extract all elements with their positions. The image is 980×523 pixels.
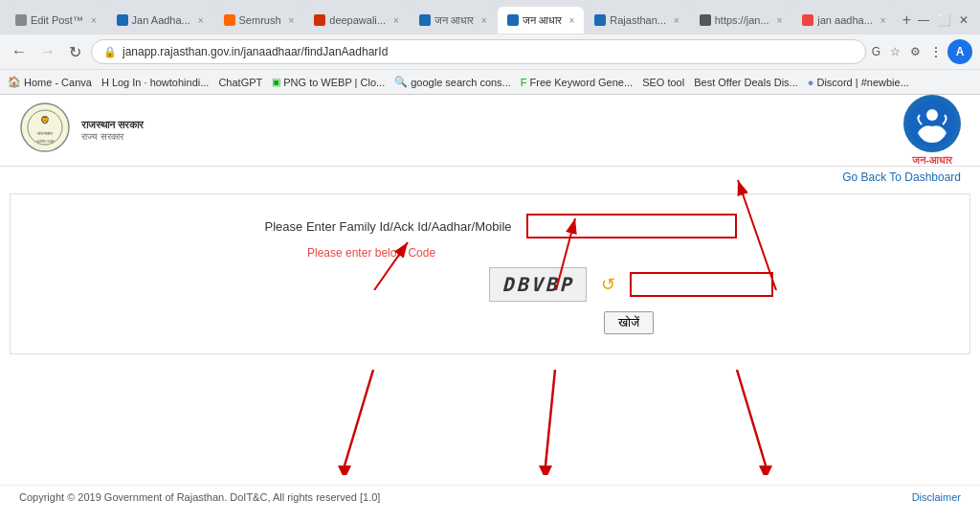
tab-jan-aadha-yt[interactable]: jan aadha... ×: [792, 7, 895, 34]
forward-button[interactable]: →: [36, 41, 59, 62]
bookmark-search-console[interactable]: 🔍 google search cons...: [394, 76, 511, 88]
tab-jan-aadha-1[interactable]: Jan Aadha... ×: [107, 7, 213, 34]
tab-label: Semrush: [239, 14, 281, 26]
tab-rajasthan[interactable]: Rajasthan... ×: [585, 7, 688, 34]
tab-favicon: [117, 14, 128, 26]
bookmark-icon: H: [101, 77, 109, 88]
tab-favicon: [507, 14, 519, 26]
arrows-bottom: [0, 360, 980, 475]
tab-label: Edit Post™: [31, 14, 83, 26]
government-emblem: 🦁 राजस्थान सत्यमेव जयते: [19, 102, 72, 159]
close-icon[interactable]: ×: [198, 15, 204, 26]
tab-semrush[interactable]: Semrush ×: [214, 7, 304, 34]
new-tab-button[interactable]: +: [897, 11, 917, 29]
header-logo: 🦁 राजस्थान सत्यमेव जयते राजस्थान सरकार र…: [19, 102, 144, 159]
disclaimer-link[interactable]: Disclaimer: [912, 491, 961, 503]
bookmark-icon: 🏠: [8, 76, 21, 88]
close-icon[interactable]: ×: [777, 15, 783, 26]
tab-https-jan[interactable]: https://jan... ×: [690, 7, 792, 34]
jan-aadhar-icon: [903, 95, 961, 152]
tab-bar: Edit Post™ × Jan Aadha... × Semrush × de…: [0, 0, 980, 34]
tab-favicon: [224, 14, 235, 26]
close-icon[interactable]: ×: [569, 15, 575, 26]
browser-search-icons: G ☆ ⚙ ⋮: [872, 45, 942, 58]
go-back-link[interactable]: Go Back To Dashboard: [842, 171, 961, 184]
png-icon: ▣: [272, 77, 280, 87]
tab-label: deepawali...: [329, 14, 386, 26]
close-icon[interactable]: ×: [91, 15, 97, 26]
tab-deepawali[interactable]: deepawali... ×: [304, 7, 408, 34]
captcha-input[interactable]: [630, 272, 773, 297]
govt-text-block: राजस्थान सरकार राज्य सरकार: [81, 119, 144, 143]
search-button[interactable]: खोजें: [604, 311, 654, 334]
svg-marker-15: [539, 466, 552, 475]
lock-icon: 🔒: [103, 46, 117, 58]
search-button-row: खोजें: [307, 311, 950, 334]
nav-link-row: Go Back To Dashboard: [0, 167, 980, 188]
govt-name-hindi: राजस्थान सरकार: [81, 119, 144, 131]
captcha-row: DBVBP ↺: [30, 267, 950, 302]
svg-line-12: [345, 370, 373, 466]
address-bar-row: ← → ↻ 🔒 janapp.rajasthan.gov.in/janaadha…: [0, 34, 980, 69]
tab-label: jan aadha...: [817, 14, 873, 26]
arrows-area: [0, 360, 980, 475]
captcha-refresh-button[interactable]: ↺: [601, 274, 615, 295]
jan-aadhar-label: जन-आधार: [912, 154, 952, 167]
tab-label: Rajasthan...: [610, 14, 666, 26]
svg-line-14: [546, 370, 555, 466]
page-header: 🦁 राजस्थान सत्यमेव जयते राजस्थान सरकार र…: [0, 95, 980, 167]
menu-icon[interactable]: ⋮: [930, 45, 942, 58]
bookmarks-bar: 🏠 Home - Canva H Log In · howtohindi... …: [0, 69, 980, 94]
bookmark-keyword[interactable]: F Free Keyword Gene...: [521, 77, 633, 88]
page-footer: Copyright © 2019 Government of Rajasthan…: [0, 485, 980, 509]
bookmark-home-canva[interactable]: 🏠 Home - Canva: [8, 76, 92, 88]
close-icon[interactable]: ×: [880, 15, 886, 26]
form-section: Please Enter Family Id/Ack Id/Aadhar/Mob…: [10, 193, 970, 354]
bookmark-chatgpt[interactable]: ChatGPT: [218, 77, 262, 88]
svg-marker-17: [759, 466, 772, 475]
address-bar[interactable]: 🔒 janapp.rajasthan.gov.in/janaadhaar/fin…: [91, 39, 866, 64]
close-icon[interactable]: ×: [674, 15, 679, 26]
close-icon[interactable]: ×: [481, 15, 487, 26]
bookmark-icon[interactable]: ☆: [890, 45, 901, 58]
address-text: janapp.rajasthan.gov.in/janaadhaar/findJ…: [122, 45, 388, 58]
family-id-input[interactable]: [526, 214, 737, 239]
tab-favicon: [594, 14, 606, 26]
extension-icon: ⚙: [910, 45, 921, 58]
page-content: 🦁 राजस्थान सत्यमेव जयते राजस्थान सरकार र…: [0, 95, 980, 509]
back-button[interactable]: ←: [8, 41, 31, 62]
emblem-svg: 🦁 राजस्थान सत्यमेव जयते: [19, 102, 72, 159]
tab-favicon: [314, 14, 325, 26]
ja-icon-svg: [908, 100, 956, 148]
tab-label: जन आधार: [434, 14, 474, 27]
reload-button[interactable]: ↻: [65, 41, 85, 63]
svg-point-6: [926, 109, 938, 121]
google-g-icon: G: [872, 45, 880, 58]
bookmark-png-webp[interactable]: ▣ PNG to WEBP | Clo...: [272, 77, 385, 88]
close-icon[interactable]: ×: [289, 15, 295, 26]
tab-favicon: [419, 14, 431, 26]
jan-aadhar-logo: जन-आधार: [903, 95, 961, 167]
bookmark-seo[interactable]: SEO tool: [642, 77, 684, 88]
govt-name-eng: राज्य सरकार: [81, 131, 144, 143]
family-id-label: Please Enter Family Id/Ack Id/Aadhar/Mob…: [244, 219, 512, 234]
bookmark-discord[interactable]: ● Discord | #newbie...: [808, 77, 909, 88]
window-controls: — ⬜ ✕: [918, 13, 974, 27]
search-icon: 🔍: [394, 76, 408, 88]
tab-favicon: [802, 14, 813, 26]
tab-label: https://jan...: [715, 14, 769, 26]
svg-line-16: [737, 370, 766, 466]
discord-icon: ●: [808, 77, 814, 88]
tab-edit-post[interactable]: Edit Post™ ×: [6, 7, 106, 34]
tab-jan-aadhar-active[interactable]: जन आधार ×: [498, 7, 585, 34]
captcha-image: DBVBP: [489, 267, 586, 302]
tab-jan-aadhar-2[interactable]: जन आधार ×: [410, 7, 497, 34]
profile-avatar[interactable]: A: [947, 39, 972, 64]
tab-favicon: [15, 14, 27, 26]
svg-text:राजस्थान: राजस्थान: [36, 130, 53, 136]
bookmark-howtohindi[interactable]: H Log In · howtohindi...: [101, 77, 209, 88]
copyright-text: Copyright © 2019 Government of Rajasthan…: [19, 491, 380, 503]
close-icon[interactable]: ×: [393, 15, 399, 26]
bookmark-best-offer[interactable]: Best Offer Deals Dis...: [694, 77, 798, 88]
error-message: Please enter below Code: [307, 246, 950, 260]
